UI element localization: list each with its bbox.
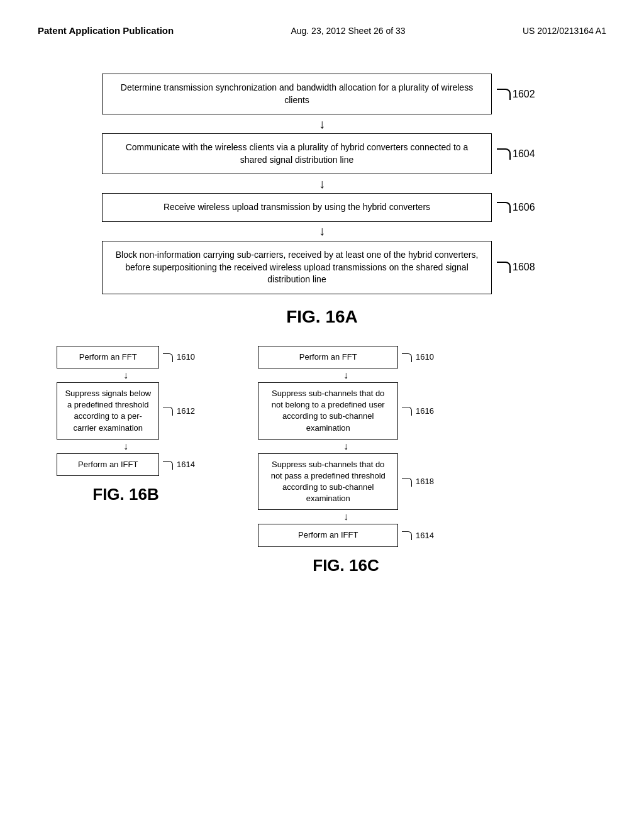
label-1616: 1616 — [402, 406, 434, 416]
flow-box-1602: Determine transmission synchronization a… — [102, 74, 492, 114]
label-text-1604: 1604 — [513, 148, 535, 160]
curve-1610c — [402, 353, 412, 362]
curve-sym-1606 — [497, 202, 511, 213]
publication-label: Patent Application Publication — [38, 25, 174, 36]
flow-row-1614c: Perform an IFFT 1614 — [258, 524, 434, 546]
flow-row-1612: Suppress signals below a predefined thre… — [57, 382, 195, 440]
patent-number-label: US 2012/0213164 A1 — [523, 26, 606, 36]
flow-box-1610b: Perform an FFT — [57, 346, 159, 368]
label-text-1602: 1602 — [513, 89, 535, 100]
curve-1610b — [163, 353, 173, 362]
arrow-1610b-1612: ↓ — [123, 368, 128, 382]
flow-row-1614b: Perform an IFFT 1614 — [57, 453, 195, 476]
lower-section: Perform an FFT 1610 ↓ Suppress signals b… — [38, 346, 606, 575]
curve-sym-1608 — [497, 262, 511, 273]
label-1614b: 1614 — [163, 460, 195, 470]
flow-row-1610b: Perform an FFT 1610 — [57, 346, 195, 368]
label-text-1612: 1612 — [177, 406, 195, 416]
curve-1612 — [163, 407, 173, 416]
flow-row-1616: Suppress sub-channels that do not belong… — [258, 382, 434, 440]
label-1612: 1612 — [163, 406, 195, 416]
curve-1616 — [402, 407, 412, 416]
flow-box-1612: Suppress signals below a predefined thre… — [57, 382, 159, 440]
label-text-1618: 1618 — [416, 477, 434, 486]
fig16b-title: FIG. 16B — [92, 485, 158, 504]
label-1608: 1608 — [497, 262, 535, 273]
arrow-1604-1606: ↓ — [319, 174, 325, 193]
flow-box-1618: Suppress sub-channels that do not pass a… — [258, 453, 398, 511]
arrow-1602-1604: ↓ — [319, 114, 325, 133]
date-sheet-label: Aug. 23, 2012 Sheet 26 of 33 — [291, 26, 405, 36]
flow-box-1610c: Perform an FFT — [258, 346, 398, 368]
curve-1618 — [402, 478, 412, 487]
arrow-1618-1614c: ↓ — [343, 510, 348, 524]
fig16a-title: FIG. 16A — [38, 307, 606, 327]
arrow-1606-1608: ↓ — [319, 222, 325, 241]
curve-sym-1602 — [497, 89, 511, 100]
label-text-1610b: 1610 — [177, 352, 195, 362]
label-1604: 1604 — [497, 148, 535, 160]
flow-box-1606: Receive wireless upload transmission by … — [102, 193, 492, 222]
label-1610c: 1610 — [402, 352, 434, 362]
flow-box-1604: Communicate with the wireless clients vi… — [102, 133, 492, 174]
label-1610b: 1610 — [163, 352, 195, 362]
label-1602: 1602 — [497, 89, 535, 100]
fig16a-flowchart: Determine transmission synchronization a… — [102, 74, 542, 294]
label-text-1614b: 1614 — [177, 460, 195, 469]
label-text-1606: 1606 — [513, 202, 535, 213]
flow-box-1614c: Perform an IFFT — [258, 524, 398, 546]
label-text-1610c: 1610 — [416, 352, 434, 362]
flow-box-1614b: Perform an IFFT — [57, 453, 159, 476]
curve-1614c — [402, 531, 412, 540]
flow-row-1608: Block non-information carrying sub-carri… — [102, 241, 542, 294]
page-header: Patent Application Publication Aug. 23, … — [38, 25, 606, 36]
label-1618: 1618 — [402, 477, 434, 487]
arrow-1616-1618: ↓ — [343, 440, 348, 453]
label-1606: 1606 — [497, 202, 535, 213]
arrow-1610c-1616: ↓ — [343, 368, 348, 382]
flow-row-1610c: Perform an FFT 1610 — [258, 346, 434, 368]
curve-sym-1604 — [497, 148, 511, 160]
flow-row-1602: Determine transmission synchronization a… — [102, 74, 542, 114]
page: Patent Application Publication Aug. 23, … — [0, 0, 644, 830]
flow-row-1618: Suppress sub-channels that do not pass a… — [258, 453, 434, 511]
fig16c-title: FIG. 16C — [313, 556, 379, 575]
fig16c-column: Perform an FFT 1610 ↓ Suppress sub-chann… — [258, 346, 434, 575]
flow-row-1606: Receive wireless upload transmission by … — [102, 193, 542, 222]
label-1614c: 1614 — [402, 531, 434, 541]
flow-box-1616: Suppress sub-channels that do not belong… — [258, 382, 398, 440]
label-text-1608: 1608 — [513, 262, 535, 273]
label-text-1616: 1616 — [416, 406, 434, 416]
flow-box-1608: Block non-information carrying sub-carri… — [102, 241, 492, 294]
curve-1614b — [163, 461, 173, 470]
fig16b-column: Perform an FFT 1610 ↓ Suppress signals b… — [57, 346, 195, 575]
flow-row-1604: Communicate with the wireless clients vi… — [102, 133, 542, 174]
arrow-1612-1614b: ↓ — [123, 440, 128, 453]
label-text-1614c: 1614 — [416, 531, 434, 540]
